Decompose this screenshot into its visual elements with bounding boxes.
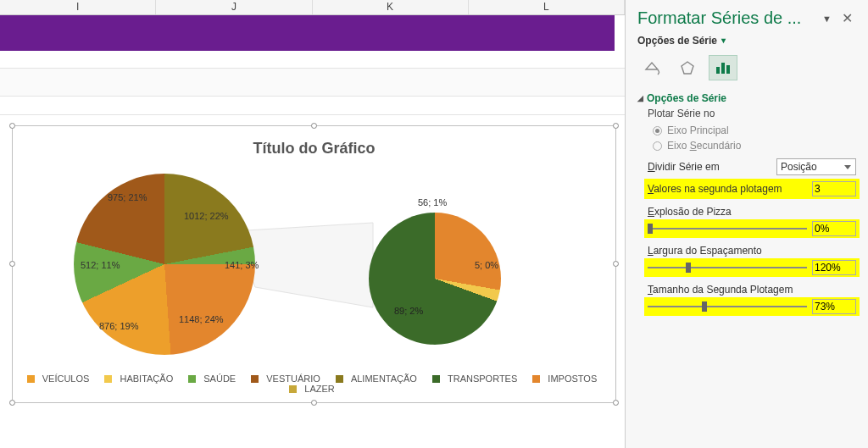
col-L[interactable]: L	[469, 0, 625, 14]
row-gap	[0, 51, 625, 115]
col-I[interactable]: I	[0, 0, 156, 14]
values-second-plot-row: Valores na segunda plotagem	[644, 179, 860, 199]
legend-item[interactable]: VEÍCULOS	[27, 373, 94, 384]
slice-label: 56; 1%	[418, 197, 447, 207]
slice-label: 141; 3%	[225, 260, 259, 270]
plot-on-label: Plotar Série no	[626, 106, 868, 123]
plot-area[interactable]: 1012; 22% 141; 3% 1148; 24% 876; 19% 512…	[13, 172, 615, 358]
close-icon[interactable]: ✕	[838, 10, 856, 26]
col-J[interactable]: J	[156, 0, 312, 14]
slice-label: 876; 19%	[99, 321, 138, 331]
slice-label: 5; 0%	[475, 260, 498, 270]
col-K[interactable]: K	[313, 0, 469, 14]
gap-width-label: Largura do Espaçamento	[648, 245, 860, 257]
fill-tab-icon[interactable]	[637, 55, 666, 80]
explosion-label: Explosão de Pizza	[648, 206, 860, 218]
legend-item[interactable]: IMPOSTOS	[532, 373, 601, 384]
radio-icon	[653, 126, 662, 136]
legend-item[interactable]: TRANSPORTES	[432, 373, 521, 384]
effects-tab-icon[interactable]	[673, 55, 702, 80]
slice-label: 1012; 22%	[184, 211, 229, 221]
axis-secondary-radio: Eixo Secundário	[626, 138, 868, 153]
pane-title: Formatar Séries de ...	[637, 8, 819, 28]
svg-rect-3	[721, 63, 725, 74]
slice-label: 1148; 24%	[179, 314, 224, 324]
column-headers[interactable]: I J K L	[0, 0, 625, 15]
header-fill	[0, 15, 615, 51]
series-tab-icon[interactable]	[709, 55, 737, 80]
svg-rect-2	[716, 67, 720, 74]
resize-handle[interactable]	[311, 123, 317, 129]
axis-primary-radio: Eixo Principal	[626, 123, 868, 138]
explosion-slider[interactable]	[648, 223, 807, 235]
legend-item[interactable]: VESTUÁRIO	[251, 373, 325, 384]
secondary-pie[interactable]	[369, 213, 501, 345]
values-second-plot-input[interactable]	[812, 181, 856, 196]
slice-label: 975; 21%	[108, 192, 147, 202]
pane-menu-icon[interactable]: ▼	[822, 14, 832, 24]
second-plot-size-input[interactable]	[812, 299, 856, 314]
second-plot-size-slider[interactable]	[648, 301, 807, 312]
format-pane: Formatar Séries de ... ▼ ✕ Opções de Sér…	[626, 0, 868, 448]
resize-handle[interactable]	[9, 400, 15, 406]
legend-item[interactable]: LAZER	[289, 384, 338, 394]
chevron-down-icon[interactable]: ▾	[721, 36, 726, 45]
split-combo[interactable]: Posição	[776, 158, 856, 175]
svg-marker-1	[682, 62, 693, 74]
gap-width-slider[interactable]	[648, 262, 807, 274]
gap-width-input[interactable]	[812, 260, 856, 275]
resize-handle[interactable]	[311, 400, 317, 406]
svg-rect-4	[726, 65, 730, 74]
chart-title[interactable]: Título do Gráfico	[13, 140, 615, 158]
series-options-dropdown[interactable]: Opções de Série	[637, 35, 717, 47]
slice-label: 89; 2%	[394, 306, 423, 316]
slice-label: 512; 11%	[81, 260, 120, 270]
resize-handle[interactable]	[613, 400, 619, 406]
radio-icon	[653, 141, 662, 151]
split-label: Dividir Série em	[648, 161, 770, 173]
legend-item[interactable]: SAÚDE	[188, 373, 240, 384]
chart-legend[interactable]: VEÍCULOS HABITAÇÃO SAÚDE VESTUÁRIO ALIME…	[13, 373, 615, 394]
section-title: Opções de Série	[647, 92, 726, 104]
collapse-icon[interactable]: ◢	[637, 94, 643, 102]
chart-object[interactable]: Título do Gráfico 1012; 22% 141; 3% 1148…	[12, 125, 616, 403]
resize-handle[interactable]	[613, 123, 619, 129]
explosion-input[interactable]	[812, 221, 856, 236]
legend-item[interactable]: HABITAÇÃO	[104, 373, 177, 384]
legend-item[interactable]: ALIMENTAÇÃO	[336, 373, 421, 384]
resize-handle[interactable]	[9, 123, 15, 129]
second-plot-size-label: Tamanho da Segunda Plotagem	[648, 284, 860, 296]
